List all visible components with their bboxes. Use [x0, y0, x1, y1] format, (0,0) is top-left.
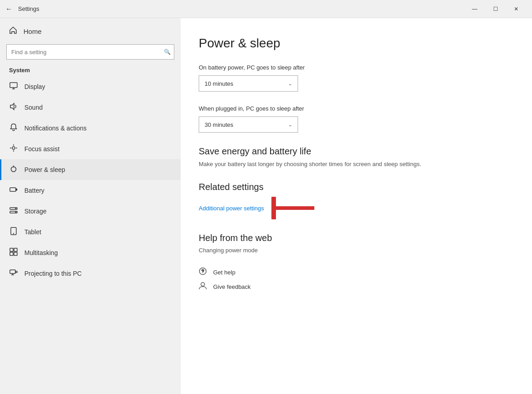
sidebar: Home 🔍 System Display	[0, 18, 181, 394]
pluggedin-sleep-label: When plugged in, PC goes to sleep after	[199, 105, 509, 112]
give-feedback-item[interactable]: Give feedback	[199, 282, 509, 292]
storage-icon	[9, 206, 18, 216]
battery-icon	[9, 185, 18, 195]
pluggedin-sleep-chevron: ⌄	[288, 122, 292, 128]
content-area: Power & sleep On battery power, PC goes …	[181, 18, 532, 394]
related-settings-heading: Related settings	[199, 182, 509, 192]
battery-sleep-value: 10 minutes	[205, 80, 233, 87]
sidebar-item-multitasking[interactable]: Multitasking	[0, 242, 181, 263]
display-icon	[9, 82, 18, 92]
sound-label: Sound	[24, 104, 42, 111]
sidebar-section-label: System	[0, 63, 181, 76]
sidebar-item-focus[interactable]: Focus assist	[0, 139, 181, 159]
svg-rect-16	[14, 248, 17, 251]
sidebar-item-projecting[interactable]: Projecting to this PC	[0, 263, 181, 284]
focus-label: Focus assist	[24, 145, 60, 153]
svg-rect-17	[10, 252, 13, 255]
svg-point-11	[15, 208, 16, 209]
svg-rect-7	[10, 188, 16, 191]
search-icon: 🔍	[164, 49, 171, 55]
sidebar-item-tablet[interactable]: Tablet	[0, 222, 181, 242]
multitasking-icon	[9, 248, 18, 258]
sidebar-home[interactable]: Home	[0, 18, 181, 44]
page-title: Power & sleep	[199, 36, 509, 51]
storage-label: Storage	[24, 208, 47, 215]
search-input[interactable]	[6, 44, 174, 60]
sidebar-item-battery[interactable]: Battery	[0, 180, 181, 201]
sound-icon	[9, 102, 18, 112]
svg-point-4	[12, 147, 15, 149]
tablet-label: Tablet	[24, 228, 41, 236]
maximize-button[interactable]: ☐	[485, 0, 506, 18]
sidebar-item-notifications[interactable]: Notifications & actions	[0, 118, 181, 139]
svg-rect-22	[15, 271, 17, 273]
close-button[interactable]: ✕	[506, 0, 527, 18]
svg-rect-8	[16, 189, 17, 190]
save-energy-desc: Make your battery last longer by choosin…	[199, 160, 509, 168]
notifications-label: Notifications & actions	[24, 125, 87, 132]
focus-icon	[9, 144, 18, 154]
battery-sleep-label: On battery power, PC goes to sleep after	[199, 64, 509, 71]
svg-point-12	[15, 212, 16, 212]
get-help-item[interactable]: Get help	[199, 267, 509, 277]
svg-rect-18	[14, 252, 17, 255]
display-label: Display	[24, 83, 45, 90]
minimize-button[interactable]: —	[464, 0, 485, 18]
svg-rect-0	[10, 83, 17, 88]
red-arrow-icon	[271, 197, 317, 219]
related-link-row: Additional power settings	[199, 197, 509, 219]
window-controls: — ☐ ✕	[464, 0, 527, 18]
get-help-icon	[199, 267, 207, 277]
svg-point-5	[11, 167, 16, 172]
titlebar: ← Settings — ☐ ✕	[0, 0, 532, 18]
tablet-icon	[9, 227, 18, 237]
help-link[interactable]: Changing power mode	[199, 247, 509, 254]
projecting-label: Projecting to this PC	[24, 270, 82, 277]
pluggedin-sleep-dropdown[interactable]: 30 minutes ⌄	[199, 116, 298, 133]
sidebar-item-display[interactable]: Display	[0, 76, 181, 97]
give-feedback-label: Give feedback	[213, 283, 251, 290]
search-container: 🔍	[6, 44, 174, 60]
sidebar-item-storage[interactable]: Storage	[0, 201, 181, 222]
svg-rect-15	[10, 248, 13, 251]
notifications-icon	[9, 123, 18, 133]
app-title: Settings	[18, 5, 464, 12]
get-help-label: Get help	[213, 269, 235, 276]
home-label: Home	[23, 28, 42, 35]
main-layout: Home 🔍 System Display	[0, 18, 532, 394]
svg-marker-3	[10, 103, 14, 110]
back-button[interactable]: ←	[5, 5, 13, 13]
pluggedin-sleep-value: 30 minutes	[205, 121, 233, 128]
power-icon	[9, 165, 18, 175]
battery-sleep-dropdown[interactable]: 10 minutes ⌄	[199, 75, 298, 92]
battery-label: Battery	[24, 187, 44, 194]
svg-rect-19	[10, 270, 15, 273]
multitasking-label: Multitasking	[24, 249, 58, 256]
home-icon	[9, 26, 17, 36]
give-feedback-icon	[199, 282, 207, 292]
battery-sleep-chevron: ⌄	[288, 81, 292, 87]
projecting-icon	[9, 269, 18, 278]
sidebar-item-power[interactable]: Power & sleep	[0, 159, 181, 180]
sidebar-item-sound[interactable]: Sound	[0, 97, 181, 118]
svg-point-26	[201, 283, 205, 286]
additional-power-link[interactable]: Additional power settings	[199, 205, 264, 212]
save-energy-heading: Save energy and battery life	[199, 146, 509, 157]
help-heading: Help from the web	[199, 233, 509, 243]
power-label: Power & sleep	[24, 166, 65, 173]
